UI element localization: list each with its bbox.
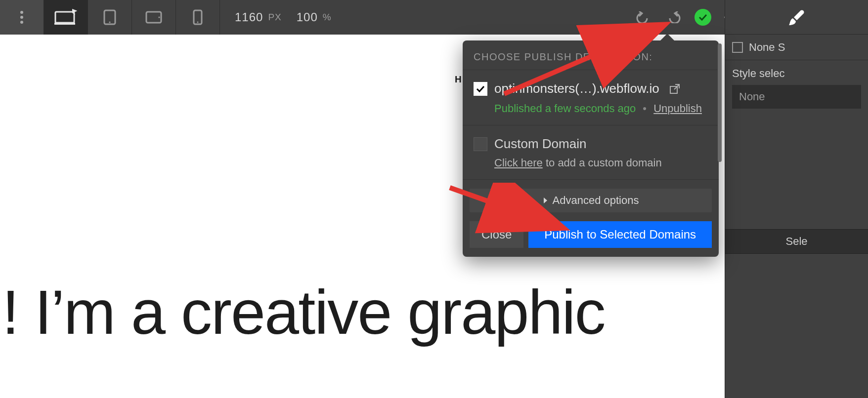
redo-icon <box>666 11 681 23</box>
selector-row[interactable]: None S <box>725 35 868 60</box>
more-button[interactable] <box>0 0 43 35</box>
breakpoint-mobile-button[interactable] <box>176 0 219 35</box>
svg-point-1 <box>20 16 23 19</box>
phone-icon <box>193 9 203 25</box>
advanced-options-toggle[interactable]: Advanced options <box>470 189 712 212</box>
breakpoint-tablet-portrait-button[interactable] <box>88 0 131 35</box>
style-select[interactable]: None <box>732 85 861 109</box>
zoom-unit: % <box>323 12 332 23</box>
undo-icon <box>636 11 651 23</box>
svg-rect-4 <box>54 23 75 25</box>
undo-button[interactable] <box>629 0 658 35</box>
selector-bar-label: Sele <box>785 235 807 248</box>
breakpoint-desktop-button[interactable] <box>44 0 87 35</box>
selector-checkbox[interactable] <box>732 42 743 53</box>
custom-domain-checkbox[interactable] <box>474 137 487 151</box>
desktop-icon <box>54 9 77 26</box>
svg-point-7 <box>109 21 110 23</box>
style-select-value: None <box>739 90 765 103</box>
custom-domain-label: Custom Domain <box>494 136 586 152</box>
publish-to-domains-button[interactable]: Publish to Selected Domains <box>528 221 712 248</box>
tablet-landscape-icon <box>145 11 162 24</box>
add-custom-domain-rest: to add a custom domain <box>543 157 662 169</box>
brush-icon[interactable] <box>788 8 806 26</box>
publish-panel: CHOOSE PUBLISH DESTINATION: optinmonster… <box>463 40 719 257</box>
external-link-icon[interactable] <box>669 83 680 94</box>
right-panel: None S Style selec None Sele <box>725 0 868 398</box>
svg-point-2 <box>20 21 23 24</box>
published-status: Published a few seconds ago <box>494 102 636 115</box>
svg-point-0 <box>20 11 23 14</box>
tablet-icon <box>103 9 116 25</box>
zoom-value: 100 <box>297 10 318 24</box>
style-selector-label: Style selec <box>732 67 861 80</box>
separator-dot: • <box>639 102 651 115</box>
svg-point-11 <box>197 22 199 23</box>
more-icon <box>20 10 24 24</box>
domain-label: optinmonsters(…).webflow.io <box>494 81 659 96</box>
domain-checkbox-checked[interactable] <box>474 82 487 96</box>
svg-rect-3 <box>55 12 74 23</box>
breakpoint-tablet-landscape-button[interactable] <box>132 0 175 35</box>
unpublish-link[interactable]: Unpublish <box>653 102 702 115</box>
add-custom-domain-link[interactable]: Click here <box>494 157 543 169</box>
advanced-options-label: Advanced options <box>553 194 639 207</box>
status-ok <box>688 0 718 35</box>
selector-none-label: None S <box>749 41 785 54</box>
redo-button[interactable] <box>658 0 688 35</box>
width-unit: PX <box>268 12 281 23</box>
caret-right-icon <box>543 197 548 204</box>
hero-heading: ! I’m a creative graphic <box>2 277 605 348</box>
width-value: 1160 <box>235 10 263 24</box>
selector-bar[interactable]: Sele <box>725 229 868 254</box>
canvas-width-display[interactable]: 1160 PX 100 % <box>235 10 332 24</box>
panel-scrollbar[interactable] <box>718 43 722 162</box>
panel-title: CHOOSE PUBLISH DESTINATION: <box>463 40 719 70</box>
close-button[interactable]: Close <box>470 221 523 248</box>
svg-point-9 <box>158 16 160 18</box>
check-circle-icon <box>694 9 711 26</box>
